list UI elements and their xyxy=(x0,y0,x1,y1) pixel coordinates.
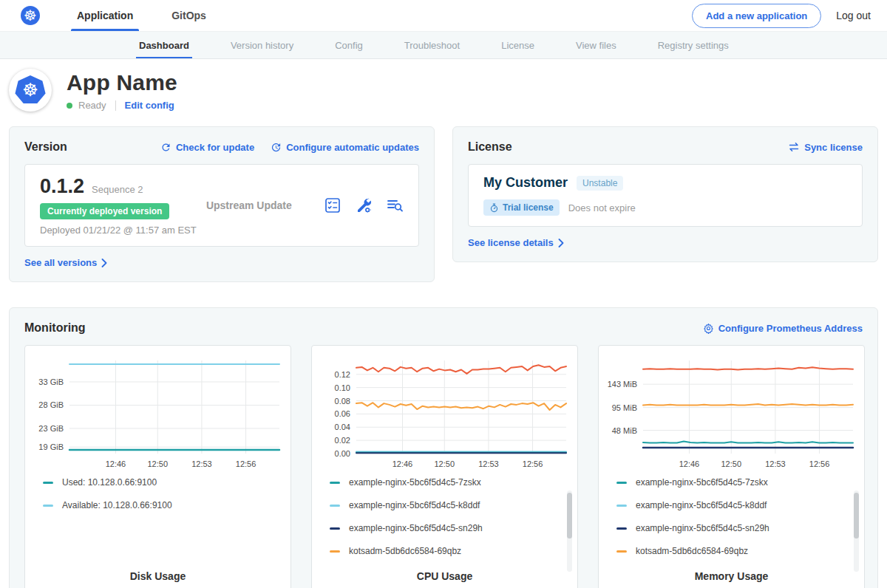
legend-dash-icon xyxy=(616,505,627,507)
logout-link[interactable]: Log out xyxy=(836,10,877,21)
deploy-logs-icon[interactable] xyxy=(386,196,404,214)
legend-item: example-nginx-5bc6f5d4c5-sn29h xyxy=(330,523,558,533)
cpu-usage-card: 0.120.100.080.060.040.020.0012:4612:5012… xyxy=(311,345,578,588)
tab-registry-settings[interactable]: Registry settings xyxy=(658,32,729,58)
svg-text:23 GiB: 23 GiB xyxy=(38,424,64,433)
svg-text:12:46: 12:46 xyxy=(106,459,126,468)
see-license-details-link[interactable]: See license details xyxy=(468,237,564,248)
tab-troubleshoot[interactable]: Troubleshoot xyxy=(404,32,460,58)
tab-license[interactable]: License xyxy=(501,32,534,58)
svg-text:12:46: 12:46 xyxy=(679,459,700,468)
legend-label: Used: 10.128.0.66:9100 xyxy=(62,477,157,488)
legend-item: kotsadm-5db6dc6584-69qbz xyxy=(616,546,845,556)
nav-tab-label: Application xyxy=(77,10,133,21)
update-clock-icon xyxy=(271,142,282,153)
legend-item: example-nginx-5bc6f5d4c5-sn29h xyxy=(616,523,845,533)
legend-item: kotsadm-5db6dc6584-69qbz xyxy=(330,546,558,556)
sync-license-link[interactable]: Sync license xyxy=(788,142,863,153)
tab-view-files[interactable]: View files xyxy=(576,32,616,58)
scrollbar-thumb[interactable] xyxy=(567,493,572,539)
license-details-box: My Customer Unstable Trial license Does … xyxy=(468,164,863,227)
legend-dash-icon xyxy=(616,527,627,530)
license-type-badge: Trial license xyxy=(483,199,560,216)
kubernetes-logo-icon[interactable]: ☸ xyxy=(21,6,40,25)
tab-config[interactable]: Config xyxy=(335,32,363,58)
check-for-update-link[interactable]: Check for update xyxy=(160,142,254,153)
chevron-right-icon xyxy=(101,259,107,267)
svg-text:12:53: 12:53 xyxy=(765,459,786,468)
tab-dashboard[interactable]: Dashboard xyxy=(139,32,189,58)
scrollbar-thumb[interactable] xyxy=(854,493,859,539)
monitoring-section: Monitoring Configure Prometheus Address … xyxy=(9,307,878,588)
legend-item: example-nginx-5bc6f5d4c5-7zskx xyxy=(330,477,558,488)
license-card-title: License xyxy=(468,140,512,154)
legend-dash-icon xyxy=(330,505,340,507)
license-type-label: Trial license xyxy=(503,202,554,213)
legend-item: Available: 10.128.0.66:9100 xyxy=(43,500,271,510)
chart-legend: Used: 10.128.0.66:9100Available: 10.128.… xyxy=(31,471,285,561)
add-application-button[interactable]: Add a new application xyxy=(692,4,821,28)
app-header: ☸ App Name Ready Edit config xyxy=(0,59,887,120)
legend-label: example-nginx-5bc6f5d4c5-k8ddf xyxy=(636,500,767,510)
configure-prometheus-label: Configure Prometheus Address xyxy=(718,323,863,334)
legend-label: example-nginx-5bc6f5d4c5-sn29h xyxy=(636,523,769,533)
gear-icon xyxy=(703,323,714,334)
divider xyxy=(115,100,116,111)
legend-item: example-nginx-5bc6f5d4c5-k8ddf xyxy=(330,500,558,510)
channel-badge: Unstable xyxy=(577,176,623,191)
chart-legend: example-nginx-5bc6f5d4c5-7zskxexample-ng… xyxy=(318,471,571,561)
svg-text:33 GiB: 33 GiB xyxy=(38,377,64,386)
legend-label: kotsadm-5db6dc6584-69qbz xyxy=(349,546,461,556)
svg-text:12:56: 12:56 xyxy=(809,459,830,468)
preflight-checks-icon[interactable] xyxy=(324,196,341,214)
legend-item: Used: 10.128.0.66:9100 xyxy=(43,477,271,488)
legend-scrollbar[interactable] xyxy=(567,490,572,572)
legend-label: example-nginx-5bc6f5d4c5-7zskx xyxy=(636,477,768,488)
legend-label: Available: 10.128.0.66:9100 xyxy=(62,500,172,510)
legend-label: example-nginx-5bc6f5d4c5-sn29h xyxy=(349,523,483,533)
monitoring-title: Monitoring xyxy=(24,321,86,335)
memory-usage-chart: 143 MiB95 MiB48 MiB12:4612:5012:5312:56 xyxy=(605,355,859,471)
configure-automatic-updates-link[interactable]: Configure automatic updates xyxy=(271,142,419,153)
edit-config-link[interactable]: Edit config xyxy=(125,100,174,111)
version-sequence: Sequence 2 xyxy=(92,184,143,195)
update-type-label: Upstream Update xyxy=(206,199,292,211)
disk-usage-chart: 33 GiB28 GiB23 GiB19 GiB12:4612:5012:531… xyxy=(31,355,285,471)
svg-text:12:46: 12:46 xyxy=(392,459,413,468)
svg-text:12:50: 12:50 xyxy=(721,459,742,468)
nav-tab-application[interactable]: Application xyxy=(75,0,135,31)
check-for-update-label: Check for update xyxy=(176,142,254,153)
top-navbar: ☸ Application GitOps Add a new applicati… xyxy=(0,0,887,31)
edit-config-icon[interactable] xyxy=(355,196,373,214)
stopwatch-icon xyxy=(489,203,499,213)
legend-dash-icon xyxy=(330,550,340,553)
see-all-versions-link[interactable]: See all versions xyxy=(24,257,107,268)
legend-item: example-nginx-5bc6f5d4c5-k8ddf xyxy=(616,500,845,510)
svg-text:12:50: 12:50 xyxy=(148,459,169,468)
legend-label: example-nginx-5bc6f5d4c5-k8ddf xyxy=(349,500,480,510)
legend-scrollbar[interactable] xyxy=(854,490,859,572)
license-card: License Sync license My Customer Unstabl… xyxy=(452,126,878,262)
app-subnav: Dashboard Version history Config Trouble… xyxy=(0,31,887,59)
svg-text:28 GiB: 28 GiB xyxy=(38,400,64,409)
svg-text:12:56: 12:56 xyxy=(236,459,256,468)
tab-version-history[interactable]: Version history xyxy=(231,32,293,58)
chart-legend: example-nginx-5bc6f5d4c5-7zskxexample-ng… xyxy=(605,471,858,561)
deployed-timestamp: Deployed 01/21/22 @ 11:57 am EST xyxy=(40,225,197,236)
legend-dash-icon xyxy=(616,482,627,484)
configure-prometheus-link[interactable]: Configure Prometheus Address xyxy=(703,323,863,334)
svg-text:12:53: 12:53 xyxy=(478,459,499,468)
chart-title: Disk Usage xyxy=(31,561,285,588)
legend-label: kotsadm-5db6dc6584-69qbz xyxy=(636,546,748,556)
kubernetes-heptagon-icon: ☸ xyxy=(15,75,46,105)
svg-text:0.04: 0.04 xyxy=(335,423,350,431)
license-expiry: Does not expire xyxy=(568,202,636,213)
see-license-details-label: See license details xyxy=(468,237,554,248)
helm-wheel-icon: ☸ xyxy=(22,81,38,99)
nav-tab-gitops[interactable]: GitOps xyxy=(170,0,208,31)
svg-text:12:50: 12:50 xyxy=(435,459,455,468)
chevron-right-icon xyxy=(558,239,564,247)
sync-icon xyxy=(788,142,800,152)
svg-text:12:53: 12:53 xyxy=(191,459,212,468)
currently-deployed-badge: Currently deployed version xyxy=(40,203,169,219)
